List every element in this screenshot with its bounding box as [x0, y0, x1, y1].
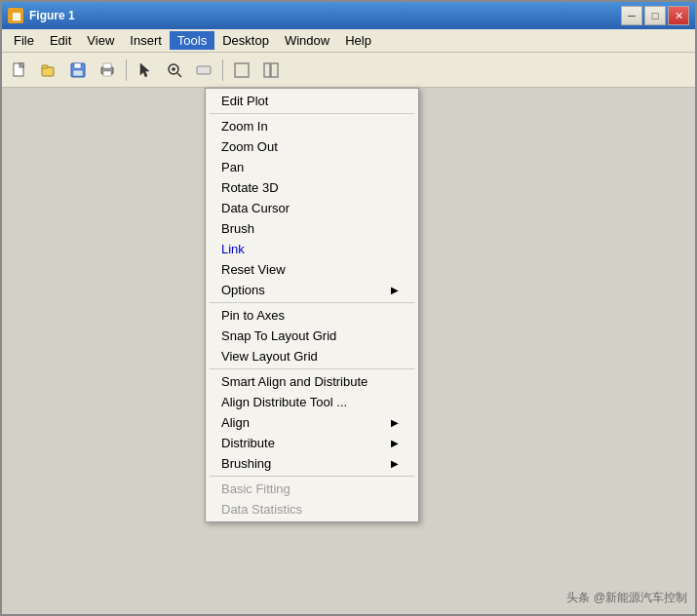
svg-rect-18 — [264, 63, 270, 77]
menu-item-snap-to-layout[interactable]: Snap To Layout Grid — [206, 326, 418, 346]
toolbar-separator-1 — [126, 59, 127, 81]
menu-item-brush[interactable]: Brush — [206, 218, 418, 239]
menu-item-basic-fitting: Basic Fitting — [206, 479, 418, 499]
menu-item-distribute[interactable]: Distribute ▶ — [206, 433, 418, 453]
window-controls: ─ □ ✕ — [621, 6, 689, 25]
title-bar: ▦ Figure 1 ─ □ ✕ — [2, 2, 695, 29]
minimize-button[interactable]: ─ — [621, 6, 642, 25]
menu-item-zoom-in[interactable]: Zoom In — [206, 116, 418, 136]
menu-help[interactable]: Help — [337, 31, 379, 50]
distribute-arrow: ▶ — [391, 438, 399, 448]
menu-item-edit-plot[interactable]: Edit Plot — [206, 91, 418, 111]
menu-item-align[interactable]: Align ▶ — [206, 412, 418, 433]
menu-item-smart-align[interactable]: Smart Align and Distribute — [206, 371, 418, 392]
window-icon: ▦ — [8, 8, 23, 23]
options-arrow: ▶ — [391, 285, 399, 295]
menu-item-reset-view[interactable]: Reset View — [206, 259, 418, 280]
toggle-btn-1[interactable] — [228, 58, 255, 83]
svg-rect-17 — [235, 63, 249, 77]
menu-item-link[interactable]: Link — [206, 239, 418, 259]
separator-3 — [210, 368, 414, 369]
menu-desktop[interactable]: Desktop — [214, 31, 277, 50]
svg-line-13 — [177, 73, 181, 77]
svg-rect-4 — [42, 65, 48, 68]
window-title: Figure 1 — [29, 9, 615, 22]
svg-rect-19 — [271, 63, 278, 77]
tools-dropdown-menu: Edit Plot Zoom In Zoom Out Pan Rotate 3D… — [205, 88, 419, 522]
new-button[interactable] — [6, 58, 33, 83]
menu-item-data-statistics: Data Statistics — [206, 499, 418, 520]
close-button[interactable]: ✕ — [668, 6, 689, 25]
menu-file[interactable]: File — [6, 31, 42, 50]
toggle-btn-2[interactable] — [257, 58, 285, 83]
toolbar-separator-2 — [222, 59, 223, 81]
menu-edit[interactable]: Edit — [42, 31, 79, 50]
menu-insert[interactable]: Insert — [122, 31, 170, 50]
zoom-button[interactable] — [161, 58, 188, 83]
watermark: 头条 @新能源汽车控制 — [566, 590, 687, 606]
pan-button[interactable] — [190, 58, 217, 83]
separator-2 — [210, 302, 414, 303]
menu-item-view-layout[interactable]: View Layout Grid — [206, 346, 418, 366]
content-area: Edit Plot Zoom In Zoom Out Pan Rotate 3D… — [2, 88, 695, 614]
save-button[interactable] — [64, 58, 92, 83]
maximize-button[interactable]: □ — [644, 6, 666, 25]
open-button[interactable] — [35, 58, 62, 83]
svg-rect-7 — [73, 70, 83, 76]
align-arrow: ▶ — [391, 417, 399, 428]
main-window: ▦ Figure 1 ─ □ ✕ File Edit View Insert T… — [0, 0, 697, 616]
brushing-arrow: ▶ — [391, 458, 399, 469]
menu-item-pan[interactable]: Pan — [206, 157, 418, 177]
separator-1 — [210, 113, 414, 114]
menu-view[interactable]: View — [79, 31, 122, 50]
menu-item-data-cursor[interactable]: Data Cursor — [206, 198, 418, 218]
menu-item-options[interactable]: Options ▶ — [206, 280, 418, 300]
menubar: File Edit View Insert Tools Desktop Wind… — [2, 29, 695, 53]
menu-window[interactable]: Window — [277, 31, 337, 50]
menu-item-align-distribute-tool[interactable]: Align Distribute Tool ... — [206, 392, 418, 412]
toolbar — [2, 53, 695, 88]
menu-tools[interactable]: Tools — [170, 31, 214, 50]
select-button[interactable] — [132, 58, 159, 83]
menu-item-pin-to-axes[interactable]: Pin to Axes — [206, 305, 418, 326]
svg-rect-9 — [103, 71, 111, 76]
svg-rect-10 — [103, 63, 111, 68]
menu-item-zoom-out[interactable]: Zoom Out — [206, 136, 418, 157]
menu-item-brushing[interactable]: Brushing ▶ — [206, 453, 418, 474]
svg-rect-6 — [74, 63, 81, 68]
separator-4 — [210, 476, 414, 477]
svg-rect-16 — [197, 66, 211, 74]
menu-item-rotate-3d[interactable]: Rotate 3D — [206, 177, 418, 198]
print-button[interactable] — [94, 58, 121, 83]
svg-marker-11 — [140, 63, 149, 77]
